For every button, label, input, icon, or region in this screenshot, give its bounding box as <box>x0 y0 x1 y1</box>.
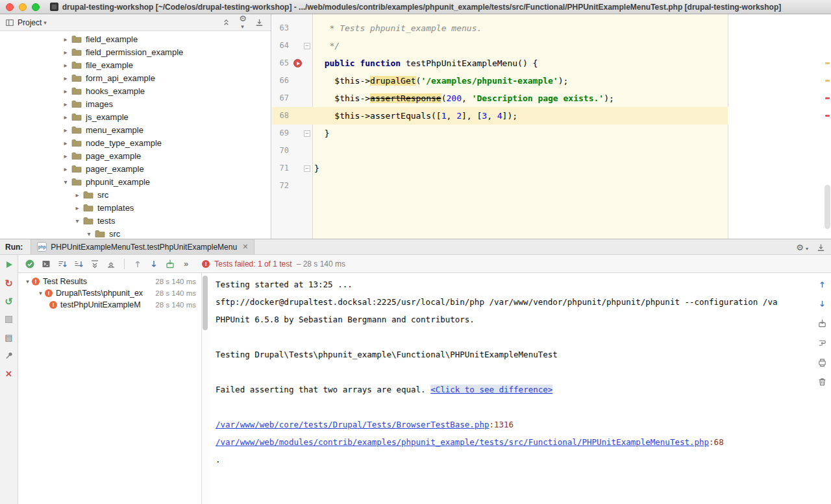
chevron-right-icon[interactable]: ▸ <box>62 114 69 121</box>
project-tree-item[interactable]: ▸file_example <box>0 58 271 71</box>
error-stripe-mark[interactable] <box>825 115 830 117</box>
code-line[interactable] <box>312 177 831 195</box>
console-link[interactable]: /var/www/web/modules/contrib/examples/ph… <box>216 437 709 447</box>
project-tree-item[interactable]: ▸menu_example <box>0 123 271 136</box>
restore-layout-icon[interactable]: ▤ <box>4 332 14 342</box>
clear-console-icon[interactable] <box>817 377 827 389</box>
code-line[interactable]: } <box>312 160 831 177</box>
project-tree-item[interactable]: ▸form_api_example <box>0 71 271 84</box>
down-the-stack-trace-icon[interactable] <box>817 299 827 311</box>
chevron-right-icon[interactable]: ▸ <box>62 152 69 160</box>
sort-by-duration-icon[interactable] <box>57 259 68 269</box>
folder-name: images <box>86 99 113 109</box>
editor-scrollbar[interactable] <box>825 185 830 229</box>
rerun-test-icon[interactable] <box>4 259 14 270</box>
show-passed-icon[interactable] <box>25 259 35 269</box>
run-tab-title: PHPUnitExampleMenuTest.testPhpUnitExampl… <box>51 243 237 252</box>
code-line[interactable]: } <box>312 125 831 142</box>
next-failed-test-icon[interactable] <box>149 259 159 269</box>
project-tree-item[interactable]: ▸node_type_example <box>0 136 271 149</box>
test-tree-item[interactable]: !testPhpUnitExampleM28 s 140 ms <box>18 299 201 311</box>
hide-tool-window-icon[interactable] <box>816 243 826 252</box>
code-line[interactable]: * Tests phpunit_example menus. <box>312 19 831 37</box>
chevron-right-icon[interactable]: ▸ <box>73 204 81 211</box>
console-link[interactable]: /var/www/web/core/tests/Drupal/Tests/Bro… <box>216 420 489 429</box>
project-tree-item[interactable]: ▸js_example <box>0 110 271 123</box>
toggle-auto-test-icon[interactable]: ↺ <box>4 296 14 306</box>
test-duration: 28 s 140 ms <box>155 289 201 297</box>
code-line[interactable]: $this->assertResponse(200, 'Description … <box>312 90 831 107</box>
chevron-right-icon[interactable]: ▸ <box>62 88 69 95</box>
project-tree-item[interactable]: ▸src <box>0 188 271 201</box>
expand-all-icon[interactable] <box>90 259 100 269</box>
previous-failed-test-icon[interactable] <box>132 259 143 269</box>
test-console[interactable]: Testing started at 13:25 ...sftp://docke… <box>208 273 813 504</box>
console-link[interactable]: <Click to see difference> <box>430 385 552 394</box>
close-tab-icon[interactable]: ✕ <box>242 243 248 251</box>
warning-stripe-mark[interactable] <box>825 80 830 82</box>
project-tree-item[interactable]: ▾tests <box>0 214 271 227</box>
soft-wrap-icon[interactable] <box>817 338 827 350</box>
chevron-down-icon[interactable]: ▾ <box>73 217 81 224</box>
chevron-right-icon[interactable]: ▸ <box>73 191 81 198</box>
project-tree-item[interactable]: ▸pager_example <box>0 162 271 175</box>
project-tree-item[interactable]: ▾phpunit_example <box>0 175 271 188</box>
collapse-all-icon[interactable] <box>221 18 231 27</box>
export-console-icon[interactable] <box>817 318 827 331</box>
code-editor[interactable]: 63 * Tests phpunit_example menus.64– */6… <box>272 14 831 239</box>
chevron-right-icon[interactable]: ▸ <box>62 36 69 43</box>
show-console-icon[interactable] <box>41 259 51 269</box>
stop-icon[interactable] <box>4 314 14 324</box>
close-window-button[interactable] <box>6 3 14 11</box>
chevron-down-icon[interactable]: ▾ <box>36 290 45 296</box>
chevron-right-icon[interactable]: ▸ <box>62 75 69 82</box>
project-tree-item[interactable]: ▸images <box>0 97 271 110</box>
chevron-down-icon[interactable]: ▾ <box>23 278 32 285</box>
up-the-stack-trace-icon[interactable] <box>817 280 827 292</box>
fold-marker-icon[interactable]: – <box>304 130 310 137</box>
project-tree-item[interactable]: ▸templates <box>0 201 271 214</box>
sort-alphabetically-icon[interactable] <box>73 259 84 269</box>
import-test-results-icon[interactable] <box>165 259 175 269</box>
code-line[interactable] <box>312 142 831 160</box>
rerun-failed-tests-icon[interactable]: ↻ <box>4 278 14 288</box>
code-line[interactable]: public function testPhpUnitExampleMenu()… <box>312 54 831 72</box>
zoom-window-button[interactable] <box>32 3 40 11</box>
fold-marker-icon[interactable]: – <box>304 165 310 172</box>
settings-icon[interactable]: ⚙▾ <box>239 14 247 31</box>
chevron-right-icon[interactable]: ▸ <box>62 165 69 173</box>
collapse-all-icon[interactable] <box>106 259 116 269</box>
project-tree-item[interactable]: ▸field_example <box>0 32 271 45</box>
code-line[interactable]: */ <box>312 37 831 54</box>
hide-panel-icon[interactable] <box>254 18 264 27</box>
more-actions-icon[interactable]: » <box>184 259 188 269</box>
test-run-marker-icon[interactable] <box>293 59 302 67</box>
tree-scrollbar[interactable] <box>202 273 208 504</box>
chevron-right-icon[interactable]: ▸ <box>62 62 69 69</box>
chevron-right-icon[interactable]: ▸ <box>62 126 69 134</box>
test-tree-item[interactable]: ▾!Test Results28 s 140 ms <box>18 276 201 287</box>
tool-window-settings-icon[interactable]: ⚙▾ <box>796 243 808 252</box>
project-tree-item[interactable]: ▸hooks_example <box>0 84 271 97</box>
test-tree-item[interactable]: ▾!Drupal\Tests\phpunit_ex28 s 140 ms <box>18 287 201 299</box>
chevron-down-icon[interactable]: ▾ <box>85 230 93 237</box>
project-panel-title[interactable]: Project <box>18 18 42 27</box>
chevron-right-icon[interactable]: ▸ <box>62 49 69 56</box>
run-tab[interactable]: php PHPUnitExampleMenuTest.testPhpUnitEx… <box>31 239 254 254</box>
warning-stripe-mark[interactable] <box>825 62 830 64</box>
project-tree-item[interactable]: ▸field_permission_example <box>0 45 271 58</box>
code-line[interactable]: $this->assertEquals([1, 2], [3, 4]); <box>312 107 831 125</box>
error-stripe-mark[interactable] <box>825 97 830 99</box>
print-console-icon[interactable] <box>817 357 827 370</box>
chevron-down-icon[interactable]: ▾ <box>43 19 47 26</box>
fold-marker-icon[interactable]: – <box>304 43 310 49</box>
minimize-window-button[interactable] <box>19 3 27 11</box>
chevron-right-icon[interactable]: ▸ <box>62 101 69 108</box>
code-line[interactable]: $this->drupalGet('/examples/phpunit-exam… <box>312 72 831 90</box>
project-tree-item[interactable]: ▾src <box>0 227 271 239</box>
project-tree-item[interactable]: ▸page_example <box>0 149 271 162</box>
close-run-panel-icon[interactable]: ✕ <box>4 368 14 379</box>
chevron-right-icon[interactable]: ▸ <box>62 139 69 147</box>
chevron-down-icon[interactable]: ▾ <box>62 178 69 186</box>
pin-tab-icon[interactable] <box>4 350 14 361</box>
